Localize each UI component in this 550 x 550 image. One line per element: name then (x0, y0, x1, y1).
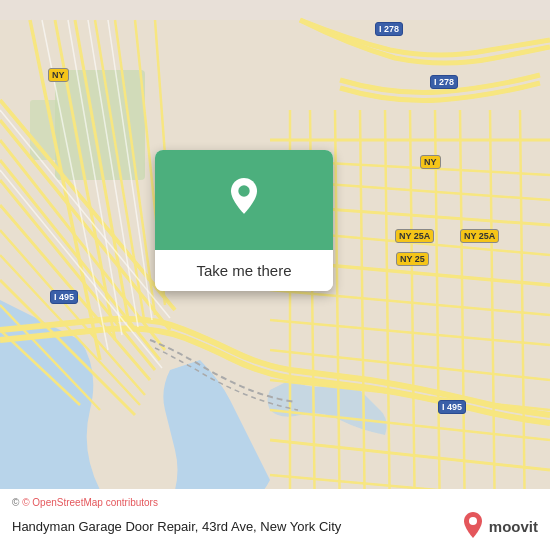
road-badge-ny25: NY 25 (396, 252, 429, 266)
bottom-bar: © © OpenStreetMap contributors Handyman … (0, 489, 550, 550)
moovit-logo: moovit (461, 512, 538, 540)
take-me-there-button[interactable]: Take me there (155, 250, 333, 291)
location-name-line: Handyman Garage Door Repair, 43rd Ave, N… (12, 512, 538, 540)
road-badge-i495-right: I 495 (438, 400, 466, 414)
copyright-line: © © OpenStreetMap contributors (12, 497, 538, 508)
location-name: Handyman Garage Door Repair, 43rd Ave, N… (12, 519, 341, 534)
road-badge-i278-top: I 278 (375, 22, 403, 36)
location-pin-icon (222, 178, 266, 222)
openstreetmap-link[interactable]: © OpenStreetMap contributors (22, 497, 158, 508)
road-badge-ny-right: NY (420, 155, 441, 169)
copyright-symbol: © (12, 497, 22, 508)
location-card: Take me there (155, 150, 333, 291)
moovit-pin-icon (461, 512, 485, 540)
map-container: I 278 I 278 NY NY 25A NY 25A NY 25 NY I … (0, 0, 550, 550)
svg-point-50 (238, 185, 249, 196)
road-badge-ny25a-2: NY 25A (460, 229, 499, 243)
road-badge-i495-left: I 495 (50, 290, 78, 304)
moovit-text: moovit (489, 518, 538, 535)
road-badge-ny: NY (48, 68, 69, 82)
svg-point-51 (469, 517, 477, 525)
road-badge-i278-mid: I 278 (430, 75, 458, 89)
road-badge-ny25a-1: NY 25A (395, 229, 434, 243)
card-map-area (155, 150, 333, 250)
